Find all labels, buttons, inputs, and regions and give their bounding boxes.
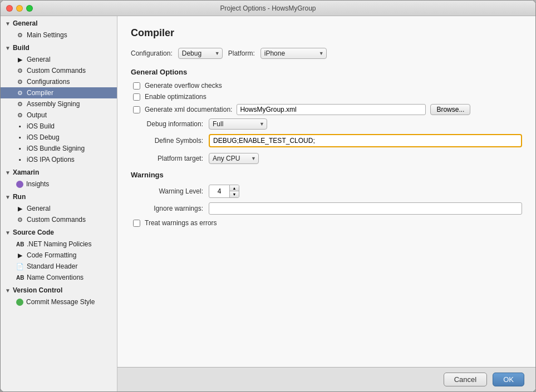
platform-target-dropdown-wrapper: Any CPU x86 x64 ▼ bbox=[209, 153, 259, 164]
sidebar-item-insights[interactable]: Insights bbox=[1, 178, 117, 190]
sidebar-section-general: ▼ General Main Settings bbox=[1, 17, 117, 41]
stepper-buttons: ▲ ▼ bbox=[229, 185, 239, 197]
arrow-down-icon: ▼ bbox=[5, 230, 11, 236]
stepper-down-button[interactable]: ▼ bbox=[230, 191, 239, 197]
content-area: ▼ General Main Settings ▼ Build ▶ Genera… bbox=[1, 16, 535, 391]
window: Project Options - HowsMyGroup ▼ General … bbox=[0, 0, 536, 392]
sidebar-section-general-label: General bbox=[13, 19, 38, 27]
sidebar-item-label: Main Settings bbox=[27, 31, 67, 39]
insight-icon bbox=[16, 181, 23, 188]
sidebar: ▼ General Main Settings ▼ Build ▶ Genera… bbox=[1, 16, 117, 391]
window-controls bbox=[6, 5, 33, 12]
platform-target-row: Platform target: Any CPU x86 x64 ▼ bbox=[131, 153, 522, 164]
sidebar-section-xamarin-header[interactable]: ▼ Xamarin bbox=[1, 166, 117, 178]
sidebar-item-name-conventions[interactable]: AB Name Conventions bbox=[1, 272, 117, 283]
arrow-down-icon: ▼ bbox=[5, 194, 11, 200]
generate-overflow-row: Generate overflow checks bbox=[131, 82, 522, 90]
sidebar-item-assembly-signing[interactable]: Assembly Signing bbox=[1, 98, 117, 110]
platform-target-dropdown[interactable]: Any CPU x86 x64 bbox=[209, 153, 259, 164]
sidebar-section-source-code-label: Source Code bbox=[13, 229, 54, 236]
gear-icon bbox=[16, 90, 24, 97]
warnings-header: Warnings bbox=[131, 171, 522, 179]
warnings-section: Warnings Warning Level: ▲ ▼ Ignore war bbox=[131, 171, 522, 227]
sidebar-section-general-header[interactable]: ▼ General bbox=[1, 17, 117, 29]
treat-warnings-checkbox[interactable] bbox=[133, 220, 140, 227]
sidebar-item-label: Standard Header bbox=[27, 262, 77, 270]
arrow-right-icon: ▶ bbox=[16, 252, 24, 259]
generate-xml-label: Generate xml documentation: bbox=[145, 106, 232, 113]
stepper-up-button[interactable]: ▲ bbox=[230, 185, 239, 191]
define-symbols-input[interactable] bbox=[209, 134, 522, 147]
arrow-right-icon: ▶ bbox=[16, 205, 24, 212]
generate-xml-row: Generate xml documentation: Browse... bbox=[131, 104, 522, 115]
configuration-row: Configuration: Debug Release ▼ Platform:… bbox=[131, 48, 522, 59]
ignore-warnings-label: Ignore warnings: bbox=[131, 205, 203, 212]
sidebar-item-label: Custom Commands bbox=[27, 67, 86, 75]
window-title: Project Options - HowsMyGroup bbox=[220, 4, 316, 12]
sidebar-item-label: .NET Naming Policies bbox=[27, 240, 91, 248]
generate-xml-checkbox[interactable] bbox=[133, 106, 140, 113]
gear-icon bbox=[16, 32, 24, 39]
sidebar-item-commit-message[interactable]: Commit Message Style bbox=[1, 296, 117, 307]
config-dropdown-wrapper: Debug Release ▼ bbox=[178, 48, 223, 59]
platform-dropdown[interactable]: iPhone iPhoneSimulator Any CPU bbox=[260, 48, 327, 59]
platform-target-label: Platform target: bbox=[131, 155, 203, 162]
sidebar-item-label: Configurations bbox=[27, 78, 70, 86]
sidebar-section-source-code-header[interactable]: ▼ Source Code bbox=[1, 226, 117, 239]
platform-dropdown-wrapper: iPhone iPhoneSimulator Any CPU ▼ bbox=[260, 48, 327, 59]
sidebar-item-custom-commands[interactable]: Custom Commands bbox=[1, 65, 117, 76]
sidebar-item-build-general[interactable]: ▶ General bbox=[1, 54, 117, 65]
maximize-button[interactable] bbox=[26, 5, 33, 12]
browse-button[interactable]: Browse... bbox=[430, 104, 470, 115]
sidebar-item-label: Output bbox=[27, 111, 47, 119]
sidebar-item-standard-header[interactable]: 📄 Standard Header bbox=[1, 261, 117, 272]
sidebar-item-run-custom-commands[interactable]: Custom Commands bbox=[1, 214, 117, 225]
sidebar-item-ios-build[interactable]: iOS Build bbox=[1, 121, 117, 132]
sidebar-item-ios-bundle-signing[interactable]: iOS Bundle Signing bbox=[1, 143, 117, 154]
sidebar-section-run-header[interactable]: ▼ Run bbox=[1, 191, 117, 203]
dash-icon bbox=[16, 134, 24, 141]
sidebar-item-ios-debug[interactable]: iOS Debug bbox=[1, 132, 117, 143]
debug-info-label: Debug information: bbox=[131, 120, 203, 128]
warning-level-stepper: ▲ ▼ bbox=[209, 185, 239, 198]
sidebar-item-label: General bbox=[27, 205, 51, 212]
sidebar-item-label: Code Formatting bbox=[27, 251, 76, 259]
doc-icon: 📄 bbox=[16, 263, 24, 270]
sidebar-item-ios-ipa-options[interactable]: iOS IPA Options bbox=[1, 154, 117, 165]
gear-icon bbox=[16, 112, 24, 119]
gear-icon bbox=[16, 216, 24, 224]
warning-level-input[interactable] bbox=[209, 186, 229, 196]
arrow-down-icon: ▼ bbox=[5, 45, 11, 51]
debug-info-dropdown[interactable]: Full None Symbols Only bbox=[209, 118, 267, 130]
sidebar-section-version-control-label: Version Control bbox=[13, 286, 62, 294]
sidebar-section-build-header[interactable]: ▼ Build bbox=[1, 42, 117, 54]
config-dropdown[interactable]: Debug Release bbox=[178, 48, 223, 59]
sidebar-item-run-general[interactable]: ▶ General bbox=[1, 203, 117, 214]
dash-icon bbox=[16, 145, 24, 152]
sidebar-section-build: ▼ Build ▶ General Custom Commands Config… bbox=[1, 42, 117, 165]
main-content: Compiler Configuration: Debug Release ▼ … bbox=[117, 16, 535, 367]
sidebar-section-source-code: ▼ Source Code AB .NET Naming Policies ▶ … bbox=[1, 226, 117, 283]
generate-overflow-checkbox[interactable] bbox=[133, 82, 140, 90]
minimize-button[interactable] bbox=[16, 5, 23, 12]
define-symbols-label: Define Symbols: bbox=[131, 137, 203, 145]
sidebar-item-output[interactable]: Output bbox=[1, 110, 117, 121]
arrow-down-icon: ▼ bbox=[5, 21, 11, 27]
sidebar-item-main-settings[interactable]: Main Settings bbox=[1, 29, 117, 41]
sidebar-item-code-formatting[interactable]: ▶ Code Formatting bbox=[1, 250, 117, 261]
ignore-warnings-input[interactable] bbox=[209, 202, 522, 215]
platform-label: Platform: bbox=[228, 49, 255, 57]
close-button[interactable] bbox=[6, 5, 13, 12]
page-title: Compiler bbox=[131, 27, 522, 39]
ok-button[interactable]: OK bbox=[493, 373, 524, 386]
sidebar-section-version-control-header[interactable]: ▼ Version Control bbox=[1, 284, 117, 296]
enable-optimizations-checkbox[interactable] bbox=[133, 93, 140, 101]
xml-doc-input[interactable] bbox=[237, 104, 426, 115]
sidebar-item-label: Assembly Signing bbox=[27, 100, 80, 108]
sidebar-item-compiler[interactable]: Compiler bbox=[1, 87, 117, 98]
sidebar-item-configurations[interactable]: Configurations bbox=[1, 76, 117, 87]
treat-warnings-label: Treat warnings as errors bbox=[145, 219, 217, 227]
cancel-button[interactable]: Cancel bbox=[444, 373, 487, 386]
config-label: Configuration: bbox=[131, 49, 173, 57]
sidebar-item-net-naming[interactable]: AB .NET Naming Policies bbox=[1, 239, 117, 250]
